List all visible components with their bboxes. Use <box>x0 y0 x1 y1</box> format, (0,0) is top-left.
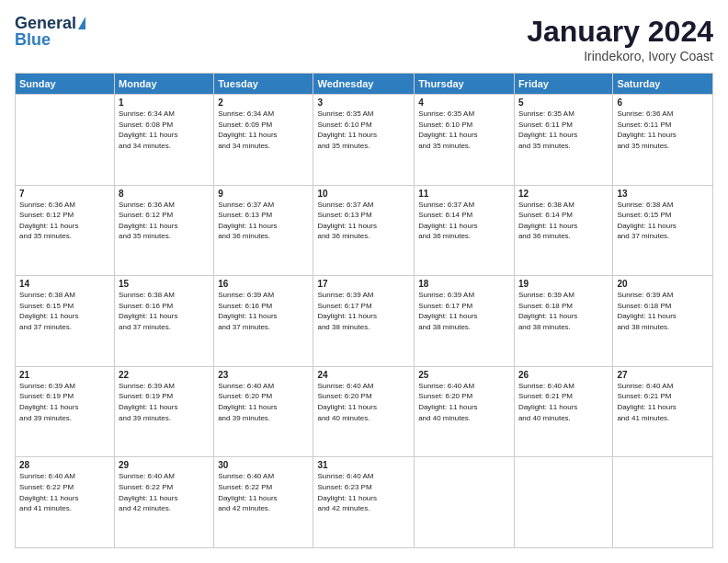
day-info: Sunrise: 6:40 AM Sunset: 6:21 PM Dayligh… <box>518 381 609 423</box>
day-info: Sunrise: 6:40 AM Sunset: 6:22 PM Dayligh… <box>119 471 210 513</box>
day-number: 21 <box>19 370 110 380</box>
day-number: 26 <box>518 370 609 380</box>
col-header-tuesday: Tuesday <box>214 74 313 95</box>
day-number: 27 <box>617 370 709 380</box>
calendar-cell: 28Sunrise: 6:40 AM Sunset: 6:22 PM Dayli… <box>16 457 115 548</box>
calendar-cell: 26Sunrise: 6:40 AM Sunset: 6:21 PM Dayli… <box>514 366 612 457</box>
calendar-cell: 6Sunrise: 6:36 AM Sunset: 6:11 PM Daylig… <box>613 95 713 186</box>
day-info: Sunrise: 6:37 AM Sunset: 6:13 PM Dayligh… <box>218 200 309 242</box>
calendar-week-row: 14Sunrise: 6:38 AM Sunset: 6:15 PM Dayli… <box>16 276 713 367</box>
day-number: 29 <box>119 460 210 470</box>
day-info: Sunrise: 6:40 AM Sunset: 6:22 PM Dayligh… <box>218 471 309 513</box>
day-number: 4 <box>418 98 510 108</box>
day-number: 13 <box>617 189 709 199</box>
calendar-cell: 11Sunrise: 6:37 AM Sunset: 6:14 PM Dayli… <box>415 185 515 276</box>
day-number: 1 <box>119 98 210 108</box>
col-header-thursday: Thursday <box>415 74 515 95</box>
day-info: Sunrise: 6:40 AM Sunset: 6:23 PM Dayligh… <box>317 471 410 513</box>
day-number: 23 <box>218 370 309 380</box>
day-info: Sunrise: 6:36 AM Sunset: 6:12 PM Dayligh… <box>119 200 210 242</box>
logo: General Blue <box>15 15 85 48</box>
day-info: Sunrise: 6:35 AM Sunset: 6:10 PM Dayligh… <box>317 109 410 151</box>
title-block: January 2024 Irindekoro, Ivory Coast <box>527 15 713 63</box>
calendar-cell: 19Sunrise: 6:39 AM Sunset: 6:18 PM Dayli… <box>514 276 612 367</box>
calendar-cell: 22Sunrise: 6:39 AM Sunset: 6:19 PM Dayli… <box>115 366 214 457</box>
calendar-cell: 7Sunrise: 6:36 AM Sunset: 6:12 PM Daylig… <box>16 185 115 276</box>
calendar-cell: 15Sunrise: 6:38 AM Sunset: 6:16 PM Dayli… <box>115 276 214 367</box>
day-number: 31 <box>317 460 410 470</box>
day-info: Sunrise: 6:40 AM Sunset: 6:20 PM Dayligh… <box>418 381 510 423</box>
day-number: 6 <box>617 98 709 108</box>
calendar-cell: 9Sunrise: 6:37 AM Sunset: 6:13 PM Daylig… <box>214 185 313 276</box>
calendar-week-row: 28Sunrise: 6:40 AM Sunset: 6:22 PM Dayli… <box>16 457 713 548</box>
logo-general: General <box>15 15 76 31</box>
day-number: 28 <box>19 460 110 470</box>
calendar-cell: 4Sunrise: 6:35 AM Sunset: 6:10 PM Daylig… <box>415 95 515 186</box>
calendar-cell: 3Sunrise: 6:35 AM Sunset: 6:10 PM Daylig… <box>313 95 415 186</box>
day-number: 5 <box>518 98 609 108</box>
calendar-cell <box>415 457 515 548</box>
calendar-cell: 30Sunrise: 6:40 AM Sunset: 6:22 PM Dayli… <box>214 457 313 548</box>
day-number: 9 <box>218 189 309 199</box>
day-info: Sunrise: 6:38 AM Sunset: 6:16 PM Dayligh… <box>119 290 210 332</box>
calendar-cell: 13Sunrise: 6:38 AM Sunset: 6:15 PM Dayli… <box>613 185 713 276</box>
logo-blue: Blue <box>15 31 51 48</box>
day-info: Sunrise: 6:36 AM Sunset: 6:11 PM Dayligh… <box>617 109 709 151</box>
day-info: Sunrise: 6:40 AM Sunset: 6:20 PM Dayligh… <box>317 381 410 423</box>
col-header-saturday: Saturday <box>613 74 713 95</box>
day-number: 25 <box>418 370 510 380</box>
day-info: Sunrise: 6:38 AM Sunset: 6:15 PM Dayligh… <box>19 290 110 332</box>
calendar-cell: 20Sunrise: 6:39 AM Sunset: 6:18 PM Dayli… <box>613 276 713 367</box>
day-info: Sunrise: 6:36 AM Sunset: 6:12 PM Dayligh… <box>19 200 110 242</box>
day-info: Sunrise: 6:39 AM Sunset: 6:17 PM Dayligh… <box>317 290 410 332</box>
calendar-cell: 16Sunrise: 6:39 AM Sunset: 6:16 PM Dayli… <box>214 276 313 367</box>
col-header-wednesday: Wednesday <box>313 74 415 95</box>
calendar-cell: 31Sunrise: 6:40 AM Sunset: 6:23 PM Dayli… <box>313 457 415 548</box>
day-number: 7 <box>19 189 110 199</box>
day-info: Sunrise: 6:39 AM Sunset: 6:19 PM Dayligh… <box>19 381 110 423</box>
day-number: 2 <box>218 98 309 108</box>
calendar-cell: 29Sunrise: 6:40 AM Sunset: 6:22 PM Dayli… <box>115 457 214 548</box>
day-info: Sunrise: 6:39 AM Sunset: 6:16 PM Dayligh… <box>218 290 309 332</box>
day-number: 20 <box>617 279 709 289</box>
day-number: 11 <box>418 189 510 199</box>
col-header-sunday: Sunday <box>16 74 115 95</box>
day-info: Sunrise: 6:40 AM Sunset: 6:22 PM Dayligh… <box>19 471 110 513</box>
calendar-cell <box>613 457 713 548</box>
calendar-week-row: 7Sunrise: 6:36 AM Sunset: 6:12 PM Daylig… <box>16 185 713 276</box>
calendar-cell: 10Sunrise: 6:37 AM Sunset: 6:13 PM Dayli… <box>313 185 415 276</box>
calendar-cell: 2Sunrise: 6:34 AM Sunset: 6:09 PM Daylig… <box>214 95 313 186</box>
calendar-cell: 17Sunrise: 6:39 AM Sunset: 6:17 PM Dayli… <box>313 276 415 367</box>
day-info: Sunrise: 6:39 AM Sunset: 6:18 PM Dayligh… <box>617 290 709 332</box>
calendar-cell: 21Sunrise: 6:39 AM Sunset: 6:19 PM Dayli… <box>16 366 115 457</box>
day-info: Sunrise: 6:37 AM Sunset: 6:13 PM Dayligh… <box>317 200 410 242</box>
day-number: 12 <box>518 189 609 199</box>
calendar-cell: 1Sunrise: 6:34 AM Sunset: 6:08 PM Daylig… <box>115 95 214 186</box>
col-header-monday: Monday <box>115 74 214 95</box>
day-number: 30 <box>218 460 309 470</box>
calendar-cell: 8Sunrise: 6:36 AM Sunset: 6:12 PM Daylig… <box>115 185 214 276</box>
day-info: Sunrise: 6:39 AM Sunset: 6:19 PM Dayligh… <box>119 381 210 423</box>
day-info: Sunrise: 6:39 AM Sunset: 6:18 PM Dayligh… <box>518 290 609 332</box>
day-info: Sunrise: 6:34 AM Sunset: 6:09 PM Dayligh… <box>218 109 309 151</box>
calendar-cell: 27Sunrise: 6:40 AM Sunset: 6:21 PM Dayli… <box>613 366 713 457</box>
day-number: 15 <box>119 279 210 289</box>
calendar-cell: 25Sunrise: 6:40 AM Sunset: 6:20 PM Dayli… <box>415 366 515 457</box>
day-info: Sunrise: 6:35 AM Sunset: 6:10 PM Dayligh… <box>418 109 510 151</box>
day-number: 10 <box>317 189 410 199</box>
day-info: Sunrise: 6:38 AM Sunset: 6:14 PM Dayligh… <box>518 200 609 242</box>
calendar-cell: 24Sunrise: 6:40 AM Sunset: 6:20 PM Dayli… <box>313 366 415 457</box>
calendar-week-row: 1Sunrise: 6:34 AM Sunset: 6:08 PM Daylig… <box>16 95 713 186</box>
col-header-friday: Friday <box>514 74 612 95</box>
calendar-cell: 12Sunrise: 6:38 AM Sunset: 6:14 PM Dayli… <box>514 185 612 276</box>
page: General Blue January 2024 Irindekoro, Iv… <box>0 0 728 563</box>
calendar-cell <box>16 95 115 186</box>
location: Irindekoro, Ivory Coast <box>527 49 713 63</box>
calendar-cell: 5Sunrise: 6:35 AM Sunset: 6:11 PM Daylig… <box>514 95 612 186</box>
calendar-week-row: 21Sunrise: 6:39 AM Sunset: 6:19 PM Dayli… <box>16 366 713 457</box>
calendar-header-row: SundayMondayTuesdayWednesdayThursdayFrid… <box>16 74 713 95</box>
day-info: Sunrise: 6:38 AM Sunset: 6:15 PM Dayligh… <box>617 200 709 242</box>
day-number: 14 <box>19 279 110 289</box>
day-number: 24 <box>317 370 410 380</box>
day-number: 19 <box>518 279 609 289</box>
